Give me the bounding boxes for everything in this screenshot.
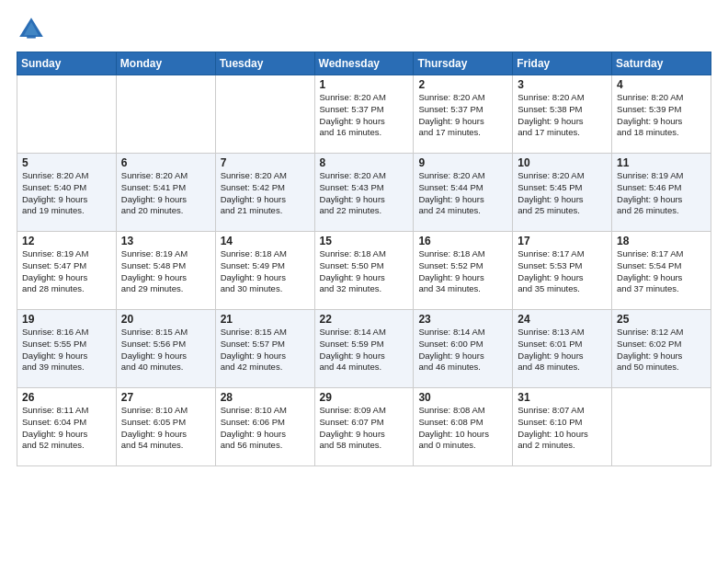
day-info: Sunrise: 8:18 AM Sunset: 5:52 PM Dayligh…: [418, 248, 507, 295]
calendar-week-2: 5Sunrise: 8:20 AM Sunset: 5:40 PM Daylig…: [17, 154, 711, 232]
calendar-cell: [116, 75, 215, 154]
day-info: Sunrise: 8:20 AM Sunset: 5:39 PM Dayligh…: [617, 92, 706, 139]
day-number: 30: [418, 391, 507, 404]
day-info: Sunrise: 8:16 AM Sunset: 5:55 PM Dayligh…: [22, 327, 111, 373]
day-info: Sunrise: 8:15 AM Sunset: 5:56 PM Dayligh…: [121, 327, 210, 373]
calendar-cell: 19Sunrise: 8:16 AM Sunset: 5:55 PM Dayli…: [17, 310, 117, 388]
day-number: 4: [617, 78, 706, 91]
weekday-header-thursday: Thursday: [414, 52, 513, 75]
day-info: Sunrise: 8:20 AM Sunset: 5:37 PM Dayligh…: [418, 92, 507, 139]
calendar-cell: 24Sunrise: 8:13 AM Sunset: 6:01 PM Dayli…: [513, 310, 612, 388]
day-info: Sunrise: 8:19 AM Sunset: 5:47 PM Dayligh…: [22, 248, 111, 295]
day-info: Sunrise: 8:20 AM Sunset: 5:40 PM Dayligh…: [22, 170, 111, 217]
weekday-header-sunday: Sunday: [17, 52, 117, 75]
weekday-header-tuesday: Tuesday: [215, 52, 314, 75]
day-number: 23: [418, 313, 507, 326]
day-number: 13: [121, 235, 210, 247]
day-info: Sunrise: 8:17 AM Sunset: 5:54 PM Dayligh…: [617, 248, 706, 295]
day-info: Sunrise: 8:10 AM Sunset: 6:06 PM Dayligh…: [221, 405, 310, 452]
calendar-cell: 25Sunrise: 8:12 AM Sunset: 6:02 PM Dayli…: [612, 310, 711, 388]
calendar-cell: 29Sunrise: 8:09 AM Sunset: 6:07 PM Dayli…: [314, 388, 414, 466]
weekday-header-row: SundayMondayTuesdayWednesdayThursdayFrid…: [17, 52, 711, 75]
calendar-cell: 27Sunrise: 8:10 AM Sunset: 6:05 PM Dayli…: [116, 388, 215, 466]
calendar-cell: 10Sunrise: 8:20 AM Sunset: 5:45 PM Dayli…: [513, 154, 612, 232]
day-number: 16: [418, 235, 507, 247]
day-number: 11: [617, 156, 706, 169]
day-number: 29: [320, 391, 409, 404]
day-number: 15: [320, 235, 409, 247]
day-number: 1: [320, 78, 409, 91]
page: SundayMondayTuesdayWednesdayThursdayFrid…: [0, 0, 728, 563]
day-info: Sunrise: 8:20 AM Sunset: 5:42 PM Dayligh…: [221, 170, 310, 217]
calendar-cell: 18Sunrise: 8:17 AM Sunset: 5:54 PM Dayli…: [612, 232, 711, 310]
day-info: Sunrise: 8:20 AM Sunset: 5:44 PM Dayligh…: [418, 170, 507, 217]
day-number: 28: [221, 391, 310, 404]
calendar-cell: 20Sunrise: 8:15 AM Sunset: 5:56 PM Dayli…: [116, 310, 215, 388]
calendar-cell: 7Sunrise: 8:20 AM Sunset: 5:42 PM Daylig…: [215, 154, 314, 232]
day-info: Sunrise: 8:14 AM Sunset: 6:00 PM Dayligh…: [418, 327, 507, 373]
calendar-cell: 6Sunrise: 8:20 AM Sunset: 5:41 PM Daylig…: [116, 154, 215, 232]
day-number: 12: [22, 235, 111, 247]
day-info: Sunrise: 8:08 AM Sunset: 6:08 PM Dayligh…: [418, 405, 507, 452]
calendar-cell: [612, 388, 711, 466]
day-info: Sunrise: 8:19 AM Sunset: 5:46 PM Dayligh…: [617, 170, 706, 217]
calendar-cell: 13Sunrise: 8:19 AM Sunset: 5:48 PM Dayli…: [116, 232, 215, 310]
logo: [17, 15, 50, 44]
calendar-cell: 17Sunrise: 8:17 AM Sunset: 5:53 PM Dayli…: [513, 232, 612, 310]
calendar-cell: 11Sunrise: 8:19 AM Sunset: 5:46 PM Dayli…: [612, 154, 711, 232]
calendar-cell: 21Sunrise: 8:15 AM Sunset: 5:57 PM Dayli…: [215, 310, 314, 388]
day-number: 9: [418, 156, 507, 169]
calendar-cell: 31Sunrise: 8:07 AM Sunset: 6:10 PM Dayli…: [513, 388, 612, 466]
day-info: Sunrise: 8:20 AM Sunset: 5:43 PM Dayligh…: [320, 170, 409, 217]
day-info: Sunrise: 8:20 AM Sunset: 5:41 PM Dayligh…: [121, 170, 210, 217]
day-number: 25: [617, 313, 706, 326]
calendar-cell: 3Sunrise: 8:20 AM Sunset: 5:38 PM Daylig…: [513, 75, 612, 154]
day-number: 2: [418, 78, 507, 91]
calendar-cell: 2Sunrise: 8:20 AM Sunset: 5:37 PM Daylig…: [414, 75, 513, 154]
day-info: Sunrise: 8:11 AM Sunset: 6:04 PM Dayligh…: [22, 405, 111, 452]
day-info: Sunrise: 8:10 AM Sunset: 6:05 PM Dayligh…: [121, 405, 210, 452]
day-number: 8: [320, 156, 409, 169]
calendar-cell: 12Sunrise: 8:19 AM Sunset: 5:47 PM Dayli…: [17, 232, 117, 310]
day-number: 21: [221, 313, 310, 326]
calendar-cell: 9Sunrise: 8:20 AM Sunset: 5:44 PM Daylig…: [414, 154, 513, 232]
calendar-cell: [17, 75, 117, 154]
weekday-header-monday: Monday: [116, 52, 215, 75]
day-info: Sunrise: 8:17 AM Sunset: 5:53 PM Dayligh…: [518, 248, 607, 295]
calendar-cell: 8Sunrise: 8:20 AM Sunset: 5:43 PM Daylig…: [314, 154, 414, 232]
calendar-week-1: 1Sunrise: 8:20 AM Sunset: 5:37 PM Daylig…: [17, 75, 711, 154]
day-number: 24: [518, 313, 607, 326]
day-number: 17: [518, 235, 607, 247]
day-number: 20: [121, 313, 210, 326]
calendar-week-3: 12Sunrise: 8:19 AM Sunset: 5:47 PM Dayli…: [17, 232, 711, 310]
day-info: Sunrise: 8:12 AM Sunset: 6:02 PM Dayligh…: [617, 327, 706, 373]
calendar-cell: 14Sunrise: 8:18 AM Sunset: 5:49 PM Dayli…: [215, 232, 314, 310]
day-info: Sunrise: 8:18 AM Sunset: 5:50 PM Dayligh…: [320, 248, 409, 295]
day-number: 18: [617, 235, 706, 247]
calendar-cell: 26Sunrise: 8:11 AM Sunset: 6:04 PM Dayli…: [17, 388, 117, 466]
day-number: 7: [221, 156, 310, 169]
calendar-cell: 15Sunrise: 8:18 AM Sunset: 5:50 PM Dayli…: [314, 232, 414, 310]
day-info: Sunrise: 8:18 AM Sunset: 5:49 PM Dayligh…: [221, 248, 310, 295]
calendar-cell: [215, 75, 314, 154]
day-number: 5: [22, 156, 111, 169]
calendar-cell: 16Sunrise: 8:18 AM Sunset: 5:52 PM Dayli…: [414, 232, 513, 310]
logo-icon: [17, 15, 46, 44]
calendar-cell: 22Sunrise: 8:14 AM Sunset: 5:59 PM Dayli…: [314, 310, 414, 388]
day-info: Sunrise: 8:20 AM Sunset: 5:45 PM Dayligh…: [518, 170, 607, 217]
day-number: 31: [518, 391, 607, 404]
day-number: 19: [22, 313, 111, 326]
svg-rect-2: [27, 35, 36, 38]
day-info: Sunrise: 8:20 AM Sunset: 5:38 PM Dayligh…: [518, 92, 607, 139]
calendar-cell: 30Sunrise: 8:08 AM Sunset: 6:08 PM Dayli…: [414, 388, 513, 466]
calendar-cell: 28Sunrise: 8:10 AM Sunset: 6:06 PM Dayli…: [215, 388, 314, 466]
day-number: 10: [518, 156, 607, 169]
calendar-week-5: 26Sunrise: 8:11 AM Sunset: 6:04 PM Dayli…: [17, 388, 711, 466]
day-number: 27: [121, 391, 210, 404]
calendar-cell: 1Sunrise: 8:20 AM Sunset: 5:37 PM Daylig…: [314, 75, 414, 154]
weekday-header-friday: Friday: [513, 52, 612, 75]
calendar-week-4: 19Sunrise: 8:16 AM Sunset: 5:55 PM Dayli…: [17, 310, 711, 388]
day-number: 3: [518, 78, 607, 91]
day-info: Sunrise: 8:14 AM Sunset: 5:59 PM Dayligh…: [320, 327, 409, 373]
day-info: Sunrise: 8:13 AM Sunset: 6:01 PM Dayligh…: [518, 327, 607, 373]
